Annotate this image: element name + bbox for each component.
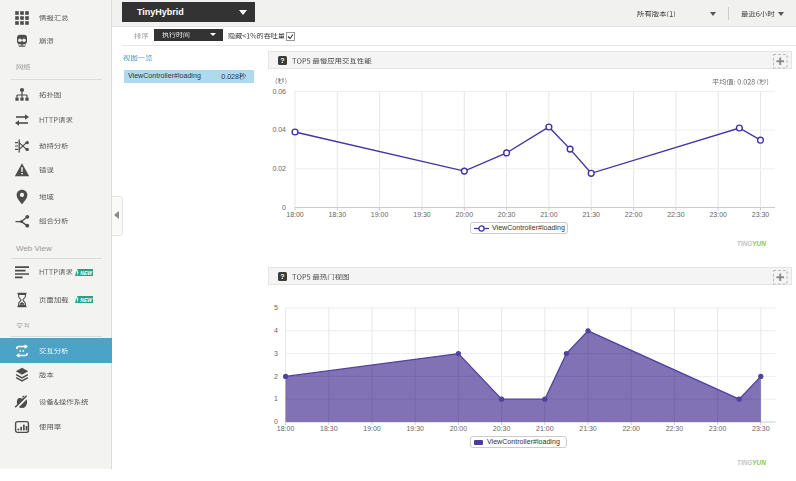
svg-text:2: 2 [274,373,278,380]
svg-text:19:30: 19:30 [413,211,431,218]
svg-text:21:00: 21:00 [540,211,558,218]
svg-text:20:30: 20:30 [493,425,511,432]
svg-text:21:00: 21:00 [536,425,554,432]
svg-text:23:30: 23:30 [752,425,770,432]
svg-text:21:30: 21:30 [579,425,597,432]
svg-text:22:00: 22:00 [622,425,640,432]
svg-text:19:30: 19:30 [406,425,424,432]
svg-text:18:30: 18:30 [329,211,347,218]
svg-text:23:00: 23:00 [709,425,727,432]
svg-text:4: 4 [274,327,278,334]
svg-text:22:30: 22:30 [667,211,685,218]
svg-text:5: 5 [274,304,278,311]
svg-text:20:00: 20:00 [450,425,468,432]
svg-text:3: 3 [274,350,278,357]
svg-text:20:30: 20:30 [498,211,516,218]
svg-text:19:00: 19:00 [371,211,389,218]
svg-text:0.02: 0.02 [272,165,286,172]
svg-text:22:30: 22:30 [666,425,684,432]
svg-text:0.04: 0.04 [272,126,286,133]
svg-text:23:30: 23:30 [752,211,770,218]
svg-text:19:00: 19:00 [363,425,381,432]
svg-text:18:00: 18:00 [277,425,295,432]
svg-text:1: 1 [274,395,278,402]
svg-text:18:00: 18:00 [286,211,304,218]
svg-text:22:00: 22:00 [625,211,643,218]
svg-text:21:30: 21:30 [582,211,600,218]
svg-text:18:30: 18:30 [320,425,338,432]
svg-text:23:00: 23:00 [709,211,727,218]
svg-text:0.06: 0.06 [272,88,286,95]
svg-text:20:00: 20:00 [456,211,474,218]
